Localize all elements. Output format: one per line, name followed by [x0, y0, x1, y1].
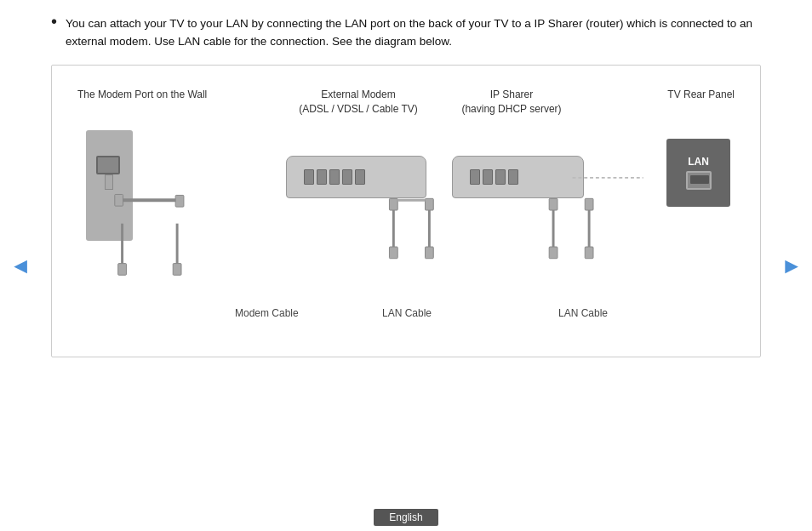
tv-lan-label: LAN [688, 156, 709, 168]
label-ext-modem: External Modem (ADSL / VDSL / Cable TV) [290, 88, 426, 117]
sharer-port-1 [470, 169, 480, 185]
label-tv-rear: TV Rear Panel [667, 88, 735, 102]
bullet-dot: • [51, 12, 57, 31]
wall-jack [96, 156, 120, 174]
svg-rect-5 [425, 198, 433, 210]
bullet-item: • You can attach your TV to your LAN by … [51, 15, 761, 51]
diagram-box: The Modem Port on the Wall TV Rear Panel… [51, 65, 761, 357]
svg-rect-19 [173, 263, 181, 275]
wall-plate [86, 130, 133, 241]
cables-diagram [69, 79, 743, 343]
language-bar: English [0, 504, 812, 531]
modem-port-2 [317, 169, 327, 185]
ext-modem-device [286, 156, 426, 198]
nav-arrow-left[interactable]: ◄ [9, 252, 32, 279]
sharer-port-3 [495, 169, 506, 185]
sharer-port-4 [508, 169, 518, 185]
svg-rect-7 [425, 247, 433, 259]
svg-rect-17 [118, 263, 127, 275]
ip-sharer-device [452, 156, 584, 198]
right-arrow-icon: ► [781, 253, 803, 279]
cable-label-lan1: LAN Cable [382, 307, 432, 319]
svg-rect-11 [549, 247, 558, 259]
svg-rect-12 [585, 198, 593, 210]
modem-port-4 [342, 169, 352, 185]
label-modem-port: The Modem Port on the Wall [77, 88, 207, 102]
modem-port-5 [355, 169, 365, 185]
main-content: • You can attach your TV to your LAN by … [0, 0, 812, 357]
tv-lan-panel: LAN [666, 139, 730, 207]
svg-rect-2 [389, 198, 397, 210]
ext-modem-ports [304, 169, 365, 185]
left-arrow-icon: ◄ [9, 253, 31, 279]
nav-arrow-right[interactable]: ► [780, 252, 803, 279]
sharer-port-2 [483, 169, 493, 185]
label-ip-sharer: IP Sharer (having DHCP server) [452, 88, 571, 117]
tv-lan-port [686, 171, 712, 190]
cable-label-modem: Modem Cable [235, 307, 299, 319]
wall-connector [105, 174, 113, 190]
svg-rect-4 [389, 247, 397, 259]
diagram-inner: The Modem Port on the Wall TV Rear Panel… [69, 79, 743, 343]
svg-rect-14 [585, 247, 593, 259]
svg-rect-1 [175, 195, 184, 207]
ip-sharer-ports [470, 169, 518, 185]
modem-port-1 [304, 169, 314, 185]
cable-label-lan2: LAN Cable [558, 307, 608, 319]
modem-port-3 [329, 169, 340, 185]
svg-rect-9 [549, 198, 558, 210]
bullet-paragraph: You can attach your TV to your LAN by co… [66, 15, 761, 51]
language-badge: English [374, 509, 437, 526]
